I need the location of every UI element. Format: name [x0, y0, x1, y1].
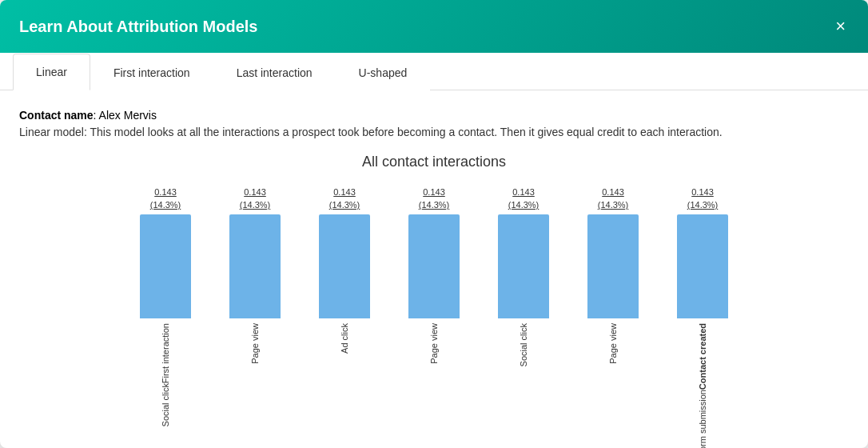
x-label-3: Ad click: [305, 323, 384, 448]
bar-top-label-3: 0.143 (14.3%): [329, 186, 360, 211]
bar-group-2: 0.143 (14.3%): [215, 186, 295, 318]
close-button[interactable]: ×: [832, 14, 849, 38]
x-label-2-line1: Page view: [250, 323, 260, 364]
contact-name-value: Alex Mervis: [99, 109, 157, 122]
bar-group-7: 0.143 (14.3%): [663, 186, 743, 318]
bar-group-1: 0.143 (14.3%): [125, 186, 205, 318]
bar-4: [408, 214, 460, 318]
x-label-1-line2: Social click: [161, 383, 170, 426]
x-label-6: Page view: [573, 323, 653, 448]
x-label-5-line1: Social click: [519, 323, 528, 366]
x-label-4-line1: Page view: [429, 323, 439, 364]
bar-top-label-4: 0.143 (14.3%): [419, 186, 450, 211]
bar-5: [498, 214, 549, 318]
tabs-container: Linear First interaction Last interactio…: [0, 53, 868, 90]
x-label-6-line1: Page view: [608, 323, 618, 364]
attribution-modal: Learn About Attribution Models × Linear …: [0, 0, 868, 448]
modal-body: Contact name: Alex Mervis Linear model: …: [0, 90, 868, 448]
bar-top-label-5: 0.143 (14.3%): [508, 186, 540, 211]
bar-group-6: 0.143 (14.3%): [573, 186, 653, 318]
chart-title: All contact interactions: [19, 154, 849, 170]
x-label-1: First interaction Social click: [125, 323, 205, 448]
bar-group-5: 0.143 (14.3%): [484, 186, 563, 318]
contact-info: Contact name: Alex Mervis Linear model: …: [19, 106, 849, 141]
chart-section: All contact interactions 0.143 (14.3%): [19, 154, 849, 448]
bar-2: [229, 214, 281, 318]
x-label-5: Social click: [484, 323, 563, 448]
bar-top-label-2: 0.143 (14.3%): [240, 186, 271, 211]
modal-header: Learn About Attribution Models ×: [0, 0, 868, 53]
modal-title: Learn About Attribution Models: [19, 18, 258, 36]
bar-group-4: 0.143 (14.3%): [394, 186, 474, 318]
x-label-7-line1: Contact created: [698, 323, 707, 390]
bar-top-label-7: 0.143 (14.3%): [687, 186, 719, 211]
contact-name-label: Contact name: [19, 109, 94, 122]
tab-u-shaped[interactable]: U-shaped: [336, 54, 431, 90]
tab-last-interaction[interactable]: Last interaction: [213, 54, 336, 90]
bar-7: [677, 214, 728, 318]
x-label-3-line1: Ad click: [340, 323, 349, 354]
bar-top-label-1: 0.143 (14.3%): [150, 186, 181, 211]
x-label-4: Page view: [394, 323, 474, 448]
bar-6: [587, 214, 639, 318]
model-description: Linear model: This model looks at all th…: [19, 124, 849, 141]
x-label-2: Page view: [215, 323, 295, 448]
x-label-1-line1: First interaction: [161, 323, 170, 383]
bar-top-label-6: 0.143 (14.3%): [598, 186, 629, 211]
bar-1: [140, 214, 191, 318]
tab-first-interaction[interactable]: First interaction: [90, 54, 213, 90]
bar-3: [319, 214, 370, 318]
x-label-7-line2: Form submission: [698, 390, 707, 448]
tab-linear[interactable]: Linear: [13, 54, 90, 90]
x-label-7: Contact created Form submission: [663, 323, 743, 448]
bar-group-3: 0.143 (14.3%): [305, 186, 384, 318]
contact-name-line: Contact name: Alex Mervis: [19, 106, 849, 124]
